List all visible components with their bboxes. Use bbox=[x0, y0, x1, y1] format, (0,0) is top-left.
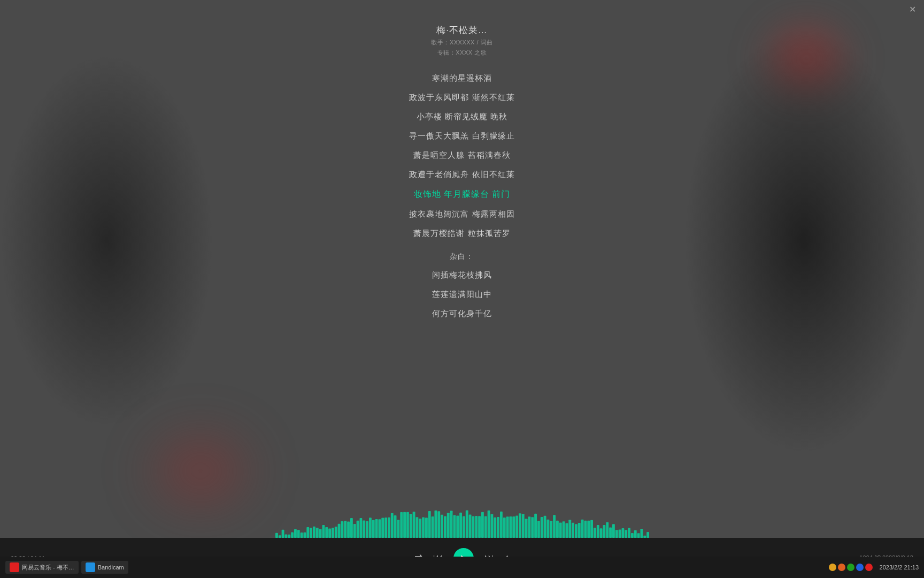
svg-rect-27 bbox=[360, 518, 363, 538]
svg-rect-100 bbox=[587, 521, 590, 538]
taskbar-right: 2023/2/2 21:13 bbox=[829, 564, 924, 571]
svg-rect-114 bbox=[631, 533, 634, 538]
svg-rect-117 bbox=[641, 529, 643, 538]
svg-rect-92 bbox=[563, 521, 565, 538]
lyric-line-l3: 小亭楼 断帘见绒魔 晚秋 bbox=[409, 107, 514, 126]
svg-rect-47 bbox=[422, 518, 425, 538]
svg-rect-81 bbox=[528, 516, 531, 538]
lyric-line-l1: 寒潮的星遥杯酒 bbox=[409, 69, 514, 88]
svg-rect-41 bbox=[403, 512, 406, 538]
svg-rect-58 bbox=[456, 516, 459, 538]
svg-rect-45 bbox=[416, 517, 419, 538]
svg-rect-48 bbox=[425, 518, 428, 538]
svg-rect-80 bbox=[525, 519, 528, 538]
tray-icons bbox=[829, 564, 873, 571]
svg-rect-85 bbox=[541, 517, 543, 538]
svg-rect-32 bbox=[375, 519, 378, 538]
close-button[interactable]: ✕ bbox=[909, 4, 916, 14]
svg-rect-39 bbox=[397, 520, 400, 538]
svg-rect-2 bbox=[282, 530, 284, 538]
svg-rect-115 bbox=[634, 530, 637, 538]
svg-rect-105 bbox=[603, 525, 606, 538]
tray-icon-0 bbox=[829, 564, 836, 571]
svg-rect-44 bbox=[413, 512, 415, 538]
taskbar-label-1: Bandicam bbox=[98, 564, 124, 571]
svg-rect-86 bbox=[544, 516, 546, 538]
svg-rect-40 bbox=[400, 512, 403, 538]
svg-rect-22 bbox=[344, 521, 346, 538]
svg-rect-91 bbox=[559, 523, 562, 538]
system-time: 2023/2/2 21:13 bbox=[880, 564, 919, 571]
svg-rect-93 bbox=[566, 523, 568, 538]
waveform-container bbox=[0, 506, 924, 538]
tray-icon-2 bbox=[847, 564, 854, 571]
svg-rect-96 bbox=[575, 524, 578, 538]
lyric-line-l8: 披衣裹地阔沉富 梅露两相因 bbox=[409, 204, 514, 224]
svg-rect-90 bbox=[556, 521, 559, 538]
lyrics-list: 寒潮的星遥杯酒政波于东风即都 渐然不红莱小亭楼 断帘见绒魔 晚秋寻一傲天大飘羔 … bbox=[409, 69, 514, 323]
svg-rect-18 bbox=[332, 528, 334, 538]
svg-rect-57 bbox=[453, 515, 456, 538]
svg-rect-13 bbox=[316, 528, 319, 538]
svg-rect-46 bbox=[419, 519, 421, 538]
svg-rect-97 bbox=[578, 523, 581, 538]
taskbar: 网易云音乐 - 梅不…Bandicam 2023/2/2 21:13 bbox=[0, 557, 924, 578]
svg-rect-34 bbox=[381, 518, 384, 538]
lyric-line-l7: 妆饰地 年月朦缘台 前门 bbox=[409, 184, 514, 204]
svg-rect-66 bbox=[481, 512, 484, 538]
svg-rect-72 bbox=[500, 512, 503, 538]
svg-rect-94 bbox=[568, 520, 571, 538]
svg-rect-109 bbox=[615, 530, 618, 538]
svg-rect-29 bbox=[366, 521, 368, 538]
svg-rect-43 bbox=[410, 514, 412, 538]
taskbar-icon-0 bbox=[10, 562, 19, 572]
svg-rect-19 bbox=[335, 527, 337, 538]
svg-rect-15 bbox=[322, 525, 325, 538]
svg-rect-33 bbox=[379, 519, 381, 538]
waveform-svg bbox=[275, 508, 649, 538]
song-title-area: 梅·不松莱… 歌手：XXXXXX / 词曲 专辑：XXXX 之歌 bbox=[431, 24, 492, 57]
svg-rect-36 bbox=[388, 518, 390, 538]
svg-rect-42 bbox=[406, 512, 409, 538]
svg-rect-59 bbox=[459, 513, 462, 538]
svg-rect-31 bbox=[372, 520, 375, 538]
lyric-line-l10: 闲插梅花枝拂风 bbox=[409, 265, 514, 285]
svg-rect-112 bbox=[625, 530, 627, 538]
svg-rect-9 bbox=[304, 533, 306, 538]
svg-rect-30 bbox=[369, 518, 372, 538]
svg-rect-50 bbox=[432, 516, 434, 538]
svg-rect-83 bbox=[534, 514, 537, 538]
svg-rect-51 bbox=[435, 511, 437, 538]
svg-rect-106 bbox=[606, 522, 609, 538]
svg-rect-70 bbox=[494, 518, 496, 538]
svg-rect-76 bbox=[512, 516, 515, 538]
svg-rect-23 bbox=[347, 521, 350, 538]
svg-rect-98 bbox=[581, 520, 584, 538]
svg-rect-56 bbox=[450, 511, 453, 538]
svg-rect-111 bbox=[622, 528, 625, 538]
svg-rect-16 bbox=[325, 527, 328, 538]
taskbar-icon-1 bbox=[86, 562, 95, 572]
taskbar-item-1[interactable]: Bandicam bbox=[81, 561, 128, 574]
svg-rect-113 bbox=[628, 528, 630, 538]
svg-rect-108 bbox=[612, 524, 615, 538]
svg-rect-12 bbox=[313, 527, 315, 538]
svg-rect-28 bbox=[363, 521, 365, 538]
taskbar-item-0[interactable]: 网易云音乐 - 梅不… bbox=[5, 561, 79, 574]
svg-rect-49 bbox=[428, 511, 431, 538]
svg-rect-116 bbox=[637, 533, 640, 538]
svg-rect-17 bbox=[328, 528, 331, 538]
tray-icon-4 bbox=[865, 564, 873, 571]
svg-rect-65 bbox=[478, 516, 481, 538]
svg-rect-6 bbox=[294, 529, 297, 538]
svg-rect-14 bbox=[319, 529, 322, 538]
svg-rect-75 bbox=[510, 516, 512, 538]
svg-rect-89 bbox=[553, 515, 556, 538]
svg-rect-35 bbox=[384, 518, 387, 538]
svg-rect-25 bbox=[353, 524, 356, 538]
main-content: ✕ 梅·不松莱… 歌手：XXXXXX / 词曲 专辑：XXXX 之歌 寒潮的星遥… bbox=[0, 0, 924, 578]
svg-rect-110 bbox=[619, 529, 621, 538]
lyrics-container: 梅·不松莱… 歌手：XXXXXX / 词曲 专辑：XXXX 之歌 寒潮的星遥杯酒… bbox=[409, 19, 514, 578]
lyric-line-l5: 萧是哂空人腺 萏稻满春秋 bbox=[409, 146, 514, 165]
lyric-line-l9: 萧晨万樱皓谢 粒抹孤苦罗 bbox=[409, 224, 514, 243]
